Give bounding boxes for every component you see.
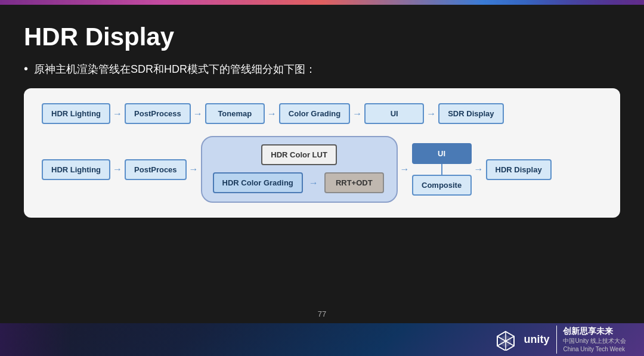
diagram-container: HDR Lighting → PostProcess → Tonemap → C…	[24, 88, 620, 218]
bottom-hdr-lighting-box: HDR Lighting	[42, 159, 110, 180]
hdr-color-lut-box: HDR Color LUT	[261, 144, 337, 165]
slide-content: HDR Display 原神主机渲染管线在SDR和HDR模式下的管线细分如下图：…	[0, 5, 644, 323]
ui-above-composite: UI Composite	[412, 143, 472, 196]
hdr-color-grading-box: HDR Color Grading	[213, 172, 303, 193]
top-sdr-display-box: SDR Display	[438, 103, 503, 124]
bottom-postproces-box: PostProces	[125, 159, 187, 180]
top-postprocess-box: PostProcess	[125, 103, 191, 124]
bottom-arrow-3: →	[398, 164, 412, 175]
top-tonemap-box: Tonemap	[205, 103, 265, 124]
arrow-2: →	[191, 109, 205, 119]
arrow-4: →	[350, 109, 364, 119]
arrow-5: →	[424, 109, 438, 119]
bullet-point: 原神主机渲染管线在SDR和HDR模式下的管线细分如下图：	[24, 62, 620, 76]
hdr-group-inner: HDR Color Grading → RRT+ODT	[213, 172, 384, 193]
bottom-pipeline-area: HDR Lighting → PostProces → HDR Color LU…	[42, 136, 602, 203]
top-pipeline-row: HDR Lighting → PostProcess → Tonemap → C…	[42, 103, 602, 124]
top-color-grading-box: Color Grading	[279, 103, 350, 124]
top-hdr-lighting-box: HDR Lighting	[42, 103, 110, 124]
unity-icon	[495, 329, 516, 351]
bullet-text: 原神主机渲染管线在SDR和HDR模式下的管线细分如下图：	[34, 62, 316, 76]
event-line-1: 创新思享未来	[563, 326, 626, 338]
hdr-display-box: HDR Display	[486, 159, 552, 180]
hdr-color-group: HDR Color LUT HDR Color Grading → RRT+OD…	[201, 136, 398, 203]
event-text-block: 创新思享未来 中国Unity 线上技术大会 China Unity Tech W…	[556, 326, 626, 354]
rrt-odt-box: RRT+ODT	[324, 172, 384, 193]
arrow-1: →	[110, 109, 125, 119]
composite-box: Composite	[412, 175, 472, 196]
event-line-2: 中国Unity 线上技术大会	[563, 337, 626, 345]
ui-floating-box: UI	[412, 143, 472, 164]
bottom-arrow-1: →	[110, 164, 125, 175]
bottom-arrow-2: →	[187, 164, 201, 175]
top-ui-box: UI	[364, 103, 424, 124]
unity-logo-area: unity 创新思享未来 中国Unity 线上技术大会 China Unity …	[495, 326, 626, 354]
ui-vertical-connector	[441, 164, 442, 175]
unity-text-label: unity	[524, 333, 549, 346]
bottom-bar: unity 创新思享未来 中国Unity 线上技术大会 China Unity …	[0, 323, 644, 356]
arrow-3: →	[265, 109, 279, 119]
bottom-arrow-4: →	[472, 164, 486, 175]
slide-title: HDR Display	[24, 23, 620, 51]
event-line-3: China Unity Tech Week	[563, 345, 626, 354]
bottom-left-decoration	[0, 323, 72, 356]
hdr-arrow: →	[306, 178, 321, 188]
page-number: 77	[318, 309, 326, 318]
